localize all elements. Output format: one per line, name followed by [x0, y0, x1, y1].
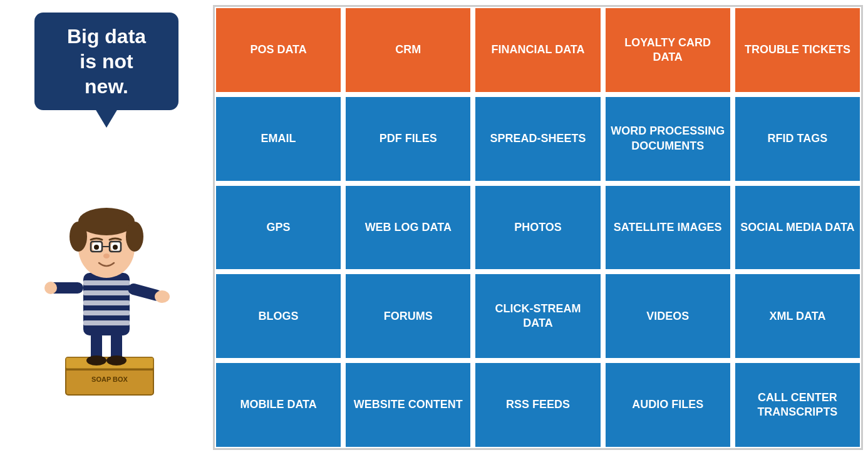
svg-point-7: [106, 355, 127, 366]
cell-word-processing: WORD PROCESSING DOCUMENTS: [604, 96, 731, 182]
cell-audio-files: AUDIO FILES: [604, 362, 731, 448]
cell-call-center-transcripts: CALL CENTER TRANSCRIPTS: [734, 362, 861, 448]
grid-panel: POS DATA CRM FINANCIAL DATA LOYALTY CARD…: [213, 0, 868, 455]
cell-xml-data: XML DATA: [734, 273, 861, 359]
svg-point-6: [86, 355, 106, 366]
cell-photos: PHOTOS: [474, 185, 601, 271]
cell-social-media-data: SOCIAL MEDIA DATA: [734, 185, 861, 271]
left-panel: Big datais notnew. SOAP BOX: [0, 0, 213, 455]
svg-point-17: [44, 282, 57, 294]
svg-rect-10: [83, 290, 130, 295]
svg-rect-2: [66, 369, 153, 371]
cell-mobile-data: MOBILE DATA: [215, 362, 342, 448]
svg-rect-9: [83, 280, 130, 285]
cartoon-figure: SOAP BOX: [28, 135, 185, 404]
svg-point-15: [155, 290, 170, 303]
cell-loyalty-card-data: LOYALTY CARD DATA: [604, 7, 731, 93]
data-grid: POS DATA CRM FINANCIAL DATA LOYALTY CARD…: [213, 5, 863, 450]
cell-crm: CRM: [344, 7, 472, 93]
cell-website-content: WEBSITE CONTENT: [344, 362, 472, 448]
cell-videos: VIDEOS: [604, 273, 731, 359]
speech-bubble: Big datais notnew.: [34, 13, 178, 110]
cell-email: EMAIL: [215, 96, 342, 182]
cell-blogs: BLOGS: [215, 273, 342, 359]
svg-rect-11: [83, 300, 130, 305]
svg-point-21: [70, 222, 87, 252]
svg-point-30: [103, 253, 110, 258]
bubble-text: Big datais notnew.: [67, 25, 146, 98]
svg-point-22: [126, 222, 143, 252]
svg-text:SOAP BOX: SOAP BOX: [91, 376, 128, 383]
cell-rss-feeds: RSS FEEDS: [474, 362, 601, 448]
cartoon-svg: SOAP BOX: [28, 141, 185, 404]
cell-gps: GPS: [215, 185, 342, 271]
cell-clickstream-data: CLICK-STREAM DATA: [474, 273, 601, 359]
cell-satellite-images: SATELLITE IMAGES: [604, 185, 731, 271]
svg-point-20: [78, 208, 135, 235]
cell-pos-data: POS DATA: [215, 7, 342, 93]
cell-pdf-files: PDF FILES: [344, 96, 472, 182]
cell-spreadsheets: SPREAD-SHEETS: [474, 96, 601, 182]
cell-forums: FORUMS: [344, 273, 472, 359]
cell-trouble-tickets: TROUBLE TICKETS: [734, 7, 861, 93]
svg-point-28: [94, 245, 99, 250]
cell-rfid-tags: RFID TAGS: [734, 96, 861, 182]
svg-point-29: [113, 245, 118, 250]
cell-web-log-data: WEB LOG DATA: [344, 185, 472, 271]
svg-rect-12: [83, 310, 130, 315]
svg-rect-13: [83, 320, 130, 325]
cell-financial-data: FINANCIAL DATA: [474, 7, 601, 93]
